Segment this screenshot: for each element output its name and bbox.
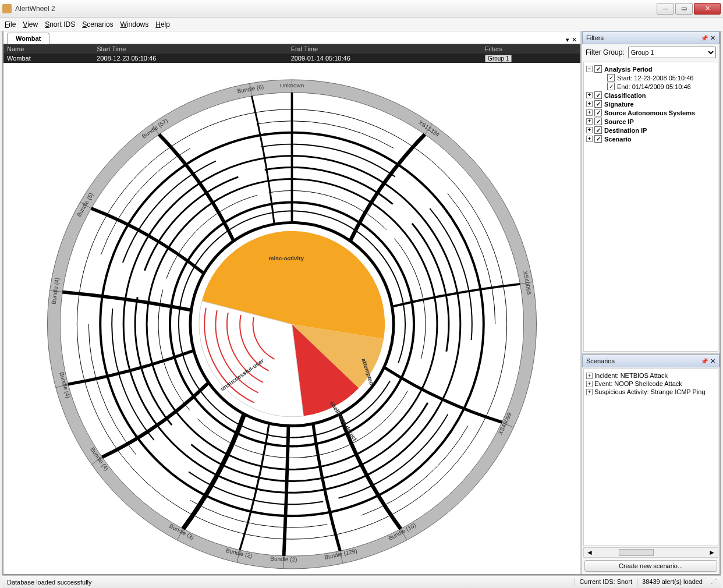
window-controls: ─ ▭ ✕ (657, 3, 721, 15)
menu-help[interactable]: Help (155, 20, 170, 29)
scenarios-scrollbar[interactable]: ◄► (583, 547, 718, 558)
main-area: Wombat ▾ ✕ Name Start Time End Time Filt… (2, 31, 721, 575)
menu-view[interactable]: View (23, 20, 38, 29)
minimize-button[interactable]: ─ (657, 3, 674, 15)
scenarios-pin-icon[interactable]: 📌 (701, 358, 708, 364)
menu-scenarios[interactable]: Scenarios (82, 20, 113, 29)
close-button[interactable]: ✕ (694, 3, 721, 15)
radial-chart[interactable]: UnknownXS13334XS40066XS48099Bundle (10)B… (3, 63, 580, 574)
window-title: AlertWheel 2 (15, 5, 657, 13)
viz-panel: Wombat ▾ ✕ Name Start Time End Time Filt… (3, 31, 582, 574)
pin-icon[interactable]: 📌 (701, 35, 708, 41)
scenario-item[interactable]: +Incident: NETBIOS Attack (586, 371, 715, 380)
col-filters: Filters (481, 44, 580, 54)
pane-close-icon[interactable]: ✕ (572, 36, 577, 44)
right-panel: Filters 📌 ✕ Filter Group: Group 1 −✓Anal… (582, 31, 720, 574)
filter-group-label: Filter Group: (586, 48, 625, 56)
filter-node[interactable]: +✓Classification (586, 91, 715, 100)
menu-file[interactable]: File (5, 20, 16, 29)
scenarios-header: Scenarios 📌 ✕ (582, 355, 720, 367)
scenarios-panel: Scenarios 📌 ✕ +Incident: NETBIOS Attack+… (582, 353, 720, 574)
resize-grip-icon[interactable]: ⋰ (707, 578, 716, 586)
app-icon (2, 4, 12, 13)
col-end: End Time (288, 44, 481, 54)
scenario-item[interactable]: +Event: NOOP Shellcode Attack (586, 380, 715, 388)
data-header: Name Start Time End Time Filters Wombat … (3, 44, 580, 63)
status-message: Database loaded successfully (7, 579, 92, 586)
scenarios-tree[interactable]: +Incident: NETBIOS Attack+Event: NOOP Sh… (583, 369, 718, 546)
maximize-button[interactable]: ▭ (675, 3, 693, 15)
tab-strip: Wombat ▾ ✕ (3, 31, 580, 44)
status-alerts: 38439 alert(s) loaded (637, 578, 707, 586)
menu-snort[interactable]: Snort IDS (45, 20, 75, 29)
filter-node[interactable]: +✓Source IP (586, 117, 715, 126)
filter-child[interactable]: ✓Start: 12-23-2008 05:10:46 (586, 73, 715, 82)
filters-tree[interactable]: −✓Analysis Period✓Start: 12-23-2008 05:1… (583, 62, 718, 352)
val-name: Wombat (3, 54, 93, 63)
col-start: Start Time (93, 44, 287, 54)
pane-controls: ▾ ✕ (566, 36, 577, 44)
filters-title: Filters (586, 34, 604, 41)
tab-wombat[interactable]: Wombat (7, 33, 49, 44)
viz-area[interactable]: UnknownXS13334XS40066XS48099Bundle (10)B… (3, 63, 580, 574)
pane-dropdown-icon[interactable]: ▾ (566, 36, 569, 44)
create-scenario-button[interactable]: Create new scenario... (584, 560, 717, 572)
outer-segment-label: Bundle (2) (270, 555, 297, 563)
filter-node[interactable]: +✓Signature (586, 100, 715, 108)
filter-group-row: Filter Group: Group 1 (582, 44, 720, 61)
status-ids: Current IDS: Snort (575, 578, 637, 586)
val-start: 2008-12-23 05:10:46 (93, 54, 287, 63)
filters-close-icon[interactable]: ✕ (710, 34, 715, 42)
scenarios-title: Scenarios (586, 357, 615, 364)
menubar: File View Snort IDS Scenarios Windows He… (0, 17, 723, 31)
label-misc: misc-activity (269, 255, 304, 261)
val-end: 2009-01-14 05:10:46 (288, 54, 481, 63)
val-filters: Group 1 (481, 54, 580, 63)
filters-header: Filters 📌 ✕ (582, 31, 720, 44)
filter-child[interactable]: ✓End: 01/14/2009 05:10:46 (586, 82, 715, 91)
titlebar: AlertWheel 2 ─ ▭ ✕ (0, 0, 723, 17)
scenario-item[interactable]: +Suspicious Activity: Strange ICMP Ping (586, 388, 715, 396)
outer-segment-label: Unknown (280, 82, 304, 88)
filter-node[interactable]: +✓Source Autonomous Systems (586, 108, 715, 117)
filter-node[interactable]: +✓Destination IP (586, 126, 715, 134)
col-name: Name (3, 44, 93, 54)
filter-group-select[interactable]: Group 1 (628, 47, 716, 58)
scenarios-close-icon[interactable]: ✕ (710, 357, 715, 365)
menu-windows[interactable]: Windows (120, 20, 149, 29)
filter-node[interactable]: +✓Scenario (586, 134, 715, 143)
statusbar: Database loaded successfully Current IDS… (2, 575, 721, 588)
filter-node[interactable]: −✓Analysis Period (586, 65, 715, 73)
